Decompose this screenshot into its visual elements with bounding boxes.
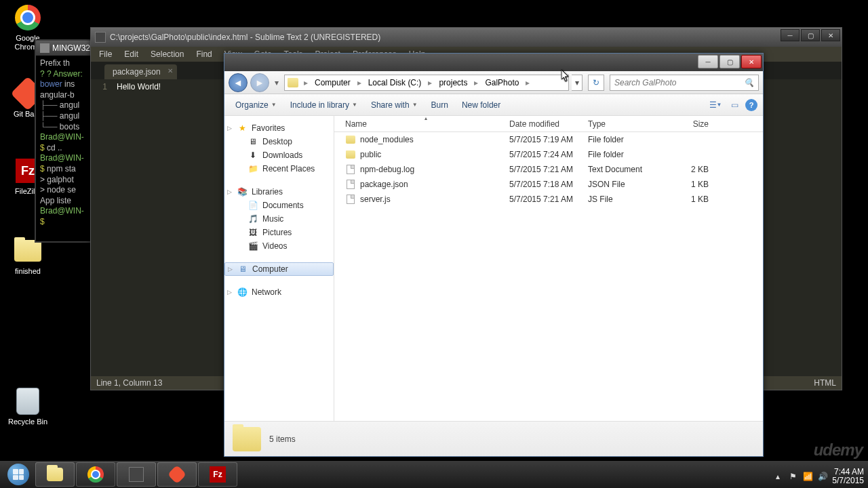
breadcrumb-galphoto[interactable]: GalPhoto <box>482 77 521 89</box>
sidebar-recent-places[interactable]: 📁Recent Places <box>224 162 334 176</box>
pictures-icon: 🖼 <box>248 227 258 238</box>
sidebar-libraries[interactable]: ▷ 📚 Libraries <box>224 185 334 199</box>
search-icon[interactable]: 🔍 <box>744 78 754 87</box>
menu-file[interactable]: File <box>94 48 117 60</box>
file-size: 1 KB <box>667 180 714 189</box>
breadcrumb-sep-icon[interactable]: ▸ <box>425 78 435 87</box>
desktop-icon-finished[interactable]: finished <box>4 237 52 276</box>
file-icon <box>345 179 356 190</box>
file-size: 2 KB <box>667 165 714 174</box>
organize-button[interactable]: Organize▼ <box>230 98 282 113</box>
burn-button[interactable]: Burn <box>426 98 454 113</box>
explorer-window[interactable]: ─ ▢ ✕ ◄ ► ▾ ▸ Computer ▸ Local Disk (C:)… <box>224 53 764 457</box>
nav-back-button[interactable]: ◄ <box>229 73 248 92</box>
star-icon: ★ <box>237 123 248 134</box>
sublime-titlebar[interactable]: C:\projects\GalPhoto\public\index.html -… <box>91 28 842 47</box>
taskbar-filezilla[interactable]: Fz <box>198 462 237 487</box>
folder-icon <box>345 149 356 160</box>
col-header-type[interactable]: Type <box>588 119 667 129</box>
breadcrumb-computer[interactable]: Computer <box>312 77 353 89</box>
system-tray[interactable]: ▴ ⚑ 📶 🔊 7:44 AM 5/7/2015 <box>772 468 864 485</box>
file-icon <box>345 194 356 205</box>
col-header-date[interactable]: Date modified <box>509 119 588 129</box>
minimize-button[interactable]: ─ <box>781 29 800 41</box>
file-size: 1 KB <box>667 195 714 204</box>
col-header-size[interactable]: Size <box>667 119 714 129</box>
tray-volume-icon[interactable]: 🔊 <box>817 471 828 482</box>
file-date: 5/7/2015 7:24 AM <box>509 150 588 159</box>
taskbar-sublime[interactable] <box>117 462 156 487</box>
file-date: 5/7/2015 7:18 AM <box>509 180 588 189</box>
tab-close-icon[interactable]: ✕ <box>167 67 173 75</box>
breadcrumb-localdisk[interactable]: Local Disk (C:) <box>366 77 425 89</box>
chevron-down-icon: ▼ <box>412 102 418 108</box>
menu-edit[interactable]: Edit <box>119 48 144 60</box>
sidebar-music[interactable]: 🎵Music <box>224 212 334 226</box>
minimize-button[interactable]: ─ <box>698 55 718 68</box>
tray-flag-icon[interactable]: ⚑ <box>787 471 798 482</box>
menu-selection[interactable]: Selection <box>145 48 189 60</box>
sidebar-pictures[interactable]: 🖼Pictures <box>224 226 334 239</box>
new-folder-button[interactable]: New folder <box>456 98 506 113</box>
file-row[interactable]: public5/7/2015 7:24 AMFile folder <box>334 147 763 162</box>
file-type: Text Document <box>588 165 667 174</box>
share-with-button[interactable]: Share with▼ <box>366 98 423 113</box>
breadcrumb-projects[interactable]: projects <box>436 77 470 89</box>
refresh-button[interactable]: ↻ <box>588 75 604 91</box>
caret-icon: ▷ <box>227 289 232 296</box>
col-header-name[interactable]: Name▴ <box>340 119 509 129</box>
sidebar-downloads[interactable]: ⬇Downloads <box>224 148 334 162</box>
sidebar-desktop[interactable]: 🖥Desktop <box>224 135 334 148</box>
tray-network-icon[interactable]: 📶 <box>802 471 813 482</box>
taskbar-gitbash[interactable] <box>157 462 197 487</box>
address-dropdown[interactable]: ▾ <box>572 75 583 91</box>
sidebar-videos[interactable]: 🎬Videos <box>224 239 334 253</box>
file-name: npm-debug.log <box>360 165 414 174</box>
breadcrumb-sep-icon[interactable]: ▸ <box>355 78 364 87</box>
include-library-button[interactable]: Include in library▼ <box>285 98 363 113</box>
menu-find[interactable]: Find <box>191 48 217 60</box>
sidebar-network[interactable]: ▷ 🌐 Network <box>224 285 334 299</box>
file-row[interactable]: package.json5/7/2015 7:18 AMJSON File1 K… <box>334 177 763 192</box>
sublime-app-icon <box>95 32 106 43</box>
status-syntax[interactable]: HTML <box>814 378 836 388</box>
breadcrumb-sep-icon[interactable]: ▸ <box>301 78 311 87</box>
taskbar-chrome[interactable]: .task-item .chrome-circle::after{width:1… <box>76 462 115 487</box>
taskbar[interactable]: .task-item .chrome-circle::after{width:1… <box>0 461 868 488</box>
sidebar-computer[interactable]: ▷ 🖥 Computer <box>224 262 334 276</box>
file-row[interactable]: node_modules5/7/2015 7:19 AMFile folder <box>334 132 763 147</box>
file-row[interactable]: npm-debug.log5/7/2015 7:21 AMText Docume… <box>334 162 763 177</box>
file-row[interactable]: server.js5/7/2015 7:21 AMJS File1 KB <box>334 192 763 207</box>
preview-pane-button[interactable]: ▭ <box>726 97 743 113</box>
sidebar-favorites[interactable]: ▷ ★ Favorites <box>224 121 334 135</box>
caret-icon: ▷ <box>228 266 233 272</box>
explorer-sidebar[interactable]: ▷ ★ Favorites 🖥Desktop ⬇Downloads 📁Recen… <box>224 116 334 421</box>
nav-forward-button[interactable]: ► <box>250 73 269 92</box>
breadcrumb-sep-icon[interactable]: ▸ <box>471 78 481 87</box>
downloads-icon: ⬇ <box>248 150 258 161</box>
close-button[interactable]: ✕ <box>741 55 762 68</box>
column-headers[interactable]: Name▴ Date modified Type Size <box>334 116 763 132</box>
maximize-button[interactable]: ▢ <box>719 55 740 68</box>
documents-icon: 📄 <box>248 200 258 211</box>
taskbar-explorer[interactable] <box>35 462 75 487</box>
music-icon: 🎵 <box>248 214 258 224</box>
view-mode-button[interactable]: ☰▼ <box>707 97 724 113</box>
maximize-button[interactable]: ▢ <box>801 29 820 41</box>
tray-overflow-icon[interactable]: ▴ <box>772 471 783 482</box>
sidebar-documents[interactable]: 📄Documents <box>224 199 334 212</box>
nav-history-dropdown[interactable]: ▾ <box>272 75 281 91</box>
start-button[interactable] <box>3 462 34 487</box>
help-button[interactable]: ? <box>745 99 757 111</box>
file-list[interactable]: Name▴ Date modified Type Size node_modul… <box>334 116 763 421</box>
tab-package-json[interactable]: package.json ✕ <box>104 64 177 79</box>
watermark: udemy <box>814 441 863 460</box>
close-button[interactable]: ✕ <box>821 29 840 41</box>
desktop-icon-recyclebin[interactable]: Recycle Bin <box>4 388 52 426</box>
explorer-titlebar[interactable]: ─ ▢ ✕ <box>224 54 763 71</box>
taskbar-clock[interactable]: 7:44 AM 5/7/2015 <box>832 468 864 485</box>
search-box[interactable]: 🔍 <box>610 75 759 91</box>
search-input[interactable] <box>614 78 744 87</box>
address-bar[interactable]: ▸ Computer ▸ Local Disk (C:) ▸ projects … <box>284 75 569 91</box>
breadcrumb-sep-icon[interactable]: ▸ <box>523 78 532 87</box>
